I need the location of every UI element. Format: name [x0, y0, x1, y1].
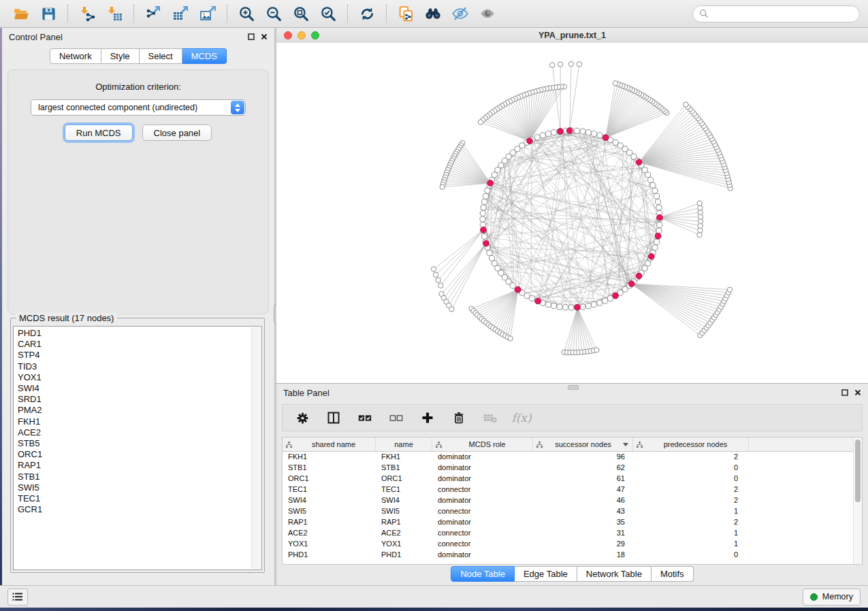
column-header-name[interactable]: name — [376, 437, 432, 451]
tab-node-table[interactable]: Node Table — [451, 566, 515, 582]
memory-status-dot — [810, 593, 818, 601]
export-network-button[interactable] — [140, 3, 166, 24]
select-all-button[interactable] — [356, 408, 374, 427]
mcds-result-item[interactable]: STP4 — [18, 350, 261, 361]
table-cell: ACE2 — [283, 529, 376, 537]
zoom-out-button[interactable] — [261, 3, 287, 24]
table-options-button[interactable] — [293, 408, 311, 427]
table-row[interactable]: SWI5SWI5connector431 — [283, 506, 854, 516]
table-row[interactable]: ACE2ACE2connector311 — [283, 527, 854, 538]
column-type-icon — [636, 441, 643, 448]
tab-network[interactable]: Network — [50, 48, 101, 64]
tab-mcds[interactable]: MCDS — [182, 48, 227, 64]
refresh-layout-button[interactable] — [354, 3, 380, 24]
import-network-button[interactable] — [74, 3, 100, 24]
duplicate-network-button[interactable] — [393, 3, 419, 24]
table-cell: 2 — [633, 485, 749, 493]
mcds-result-item[interactable]: STB1 — [18, 472, 261, 482]
mcds-result-item[interactable]: YOX1 — [18, 372, 261, 383]
run-mcds-button[interactable]: Run MCDS — [65, 125, 133, 141]
window-zoom-button[interactable] — [311, 31, 319, 39]
duplicate-network-icon — [398, 5, 415, 22]
zoom-selected-button[interactable] — [315, 3, 341, 24]
network-canvas[interactable] — [276, 43, 868, 383]
table-row[interactable]: TEC1TEC1connector472 — [283, 484, 854, 495]
table-scrollbar[interactable] — [853, 437, 862, 564]
column-header-shared-name[interactable]: shared name — [283, 437, 376, 451]
mcds-result-item[interactable]: SRD1 — [18, 394, 261, 405]
column-header-MCDS-role[interactable]: MCDS role — [432, 437, 533, 451]
close-panel-icon[interactable] — [854, 389, 861, 396]
window-close-button[interactable] — [284, 31, 292, 39]
table-row[interactable]: STB1STB1dominator620 — [283, 462, 854, 473]
mcds-result-item[interactable]: TEC1 — [18, 493, 261, 504]
table-row[interactable]: ORC1ORC1dominator610 — [283, 473, 854, 484]
memory-button[interactable]: Memory — [803, 589, 861, 606]
mcds-list-scrollbar[interactable] — [251, 327, 261, 569]
toolbar-separator — [347, 5, 348, 22]
mcds-result-item[interactable]: ACE2 — [18, 427, 261, 438]
zoom-in-button[interactable] — [234, 3, 259, 24]
deselect-all-button[interactable] — [387, 408, 405, 427]
task-history-button[interactable] — [7, 589, 28, 606]
save-session-button[interactable] — [35, 3, 61, 24]
table-tabs: Node Table Edge Table Network Table Moti… — [276, 566, 868, 582]
float-panel-icon[interactable] — [841, 389, 848, 396]
node-table-header: shared namenameMCDS rolesuccessor nodesp… — [283, 437, 862, 452]
close-panel-button[interactable]: Close panel — [142, 125, 212, 141]
node-table-body: FKH1FKH1dominator962STB1STB1dominator620… — [283, 451, 854, 564]
window-minimize-button[interactable] — [298, 31, 306, 39]
fx-label: f(x) — [511, 411, 531, 425]
export-image-button[interactable] — [195, 3, 221, 24]
mcds-result-item[interactable]: PHD1 — [18, 328, 261, 339]
open-session-button[interactable] — [8, 3, 34, 24]
column-header-successor-nodes[interactable]: successor nodes — [533, 437, 633, 451]
mcds-result-item[interactable]: TID3 — [18, 361, 261, 372]
tab-edge-table[interactable]: Edge Table — [515, 566, 577, 582]
delete-column-button[interactable] — [450, 408, 468, 427]
hide-selected-button[interactable] — [447, 3, 473, 24]
node-table: shared namenameMCDS rolesuccessor nodesp… — [282, 437, 863, 565]
checked-boxes-icon — [357, 410, 372, 425]
mcds-result-item[interactable]: SWI4 — [18, 383, 261, 394]
table-scrollbar-thumb[interactable] — [855, 440, 861, 502]
mcds-result-item[interactable]: ORC1 — [18, 449, 261, 460]
search-field[interactable] — [692, 5, 860, 22]
table-row[interactable]: SWI4SWI4dominator462 — [283, 495, 854, 506]
mcds-result-item[interactable]: SWI5 — [18, 482, 261, 493]
tab-select[interactable]: Select — [140, 48, 182, 64]
zoom-fit-button[interactable] — [288, 3, 314, 24]
mcds-result-item[interactable]: FKH1 — [18, 416, 261, 427]
mcds-result-item[interactable]: CAR1 — [18, 339, 261, 350]
show-all-button[interactable] — [475, 3, 500, 24]
table-cell: 62 — [533, 463, 633, 472]
tab-network-table[interactable]: Network Table — [577, 566, 652, 582]
table-row[interactable]: YOX1YOX1connector291 — [283, 538, 854, 549]
table-row[interactable]: FKH1FKH1dominator962 — [283, 451, 854, 462]
table-row[interactable]: PHD1PHD1dominator180 — [283, 549, 854, 560]
show-columns-button[interactable] — [325, 408, 342, 427]
tab-motifs[interactable]: Motifs — [652, 566, 694, 582]
horizontal-splitter-handle[interactable] — [568, 385, 579, 390]
search-input[interactable] — [713, 8, 853, 19]
import-table-button[interactable] — [101, 3, 127, 24]
mcds-result-item[interactable]: GCR1 — [18, 504, 261, 515]
table-row[interactable]: RAP1RAP1dominator352 — [283, 516, 854, 527]
add-column-button[interactable] — [419, 408, 436, 427]
export-table-button[interactable] — [167, 3, 193, 24]
binoculars-button[interactable] — [420, 3, 446, 24]
tab-style[interactable]: Style — [101, 48, 140, 64]
float-panel-icon[interactable] — [248, 33, 255, 40]
mcds-result-item[interactable]: RAP1 — [18, 460, 261, 471]
table-cell: 1 — [633, 507, 749, 515]
close-panel-icon[interactable] — [261, 33, 268, 40]
mcds-result-item[interactable]: PMA2 — [18, 405, 261, 416]
mcds-result-item[interactable]: STB5 — [18, 438, 261, 449]
refresh-icon — [359, 5, 376, 22]
control-panel-header: Control Panel — [2, 28, 274, 46]
table-cell: 31 — [533, 529, 633, 537]
column-header-predecessor-nodes[interactable]: predecessor nodes — [633, 437, 749, 451]
criterion-dropdown[interactable]: largest connected component (undirected) — [31, 99, 246, 116]
memory-label: Memory — [822, 592, 853, 601]
right-region: YPA_prune.txt_1 Table Panel — [276, 28, 868, 585]
